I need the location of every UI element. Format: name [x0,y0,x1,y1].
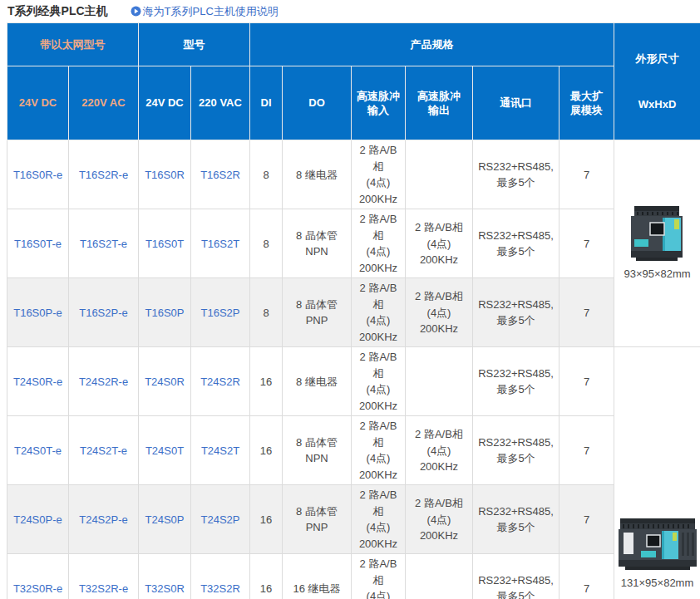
plc-t16-product-image [626,205,689,263]
header-dimensions-label: 外形尺寸 [618,47,697,70]
pulse-out-value: 2 路A/B相 (4点) 200KHz [406,416,473,485]
table-row: T16S0R-e T16S2R-e T16S0R T16S2R 8 8 继电器 … [7,140,700,209]
model-eth-ac[interactable]: T16S2T-e [69,209,139,278]
model-dc[interactable]: T32S0R [139,554,191,599]
pulse-in-value: 2 路A/B相 (4点) 200KHz [352,140,406,209]
model-ac[interactable]: T32S2R [191,554,250,599]
comm-value: RS232+RS485, 最多5个 [473,347,560,416]
header-dimensions: 外形尺寸 WxHxD [614,23,700,140]
header-comm: 通讯口 [473,66,560,140]
model-eth-dc[interactable]: T32S0R-e [7,554,69,599]
header-models: 型号 [139,23,250,66]
comm-value: RS232+RS485, 最多5个 [473,209,560,278]
di-value: 16 [250,416,283,485]
table-sub-header-row: 24V DC 220V AC 24V DC 220 VAC DI DO 高速脉冲… [7,66,700,140]
page-title: T系列经典PLC主机 [7,4,108,19]
model-ac[interactable]: T16S2R [191,140,250,209]
header-220vac: 220 VAC [191,66,250,140]
usage-doc-link-label: 海为T系列PLC主机使用说明 [143,4,279,19]
di-value: 8 [250,278,283,347]
pulse-out-value: 2 路A/B相 (4点) 200KHz [406,485,473,554]
table-row: T24S0R-e T24S2R-e T24S0R T24S2R 16 8 继电器… [7,347,700,416]
model-ac[interactable]: T24S2P [191,485,250,554]
pulse-out-value [406,140,473,209]
pulse-out-value: 2 路A/B相 (4点) 200KHz [406,278,473,347]
do-value: 8 继电器 [283,347,352,416]
header-di: DI [250,66,283,140]
header-max-expansion: 最大扩 展模块 [560,66,614,140]
dimension-cell-t32: 131×95×82mm [614,347,700,599]
model-dc[interactable]: T24S0P [139,485,191,554]
do-value: 8 晶体管 PNP [283,485,352,554]
header-pulse-out: 高速脉冲 输出 [406,66,473,140]
model-eth-ac[interactable]: T24S2P-e [69,485,139,554]
di-value: 8 [250,140,283,209]
model-eth-ac[interactable]: T16S2P-e [69,278,139,347]
do-value: 8 晶体管 NPN [283,416,352,485]
pulse-in-value: 2 路A/B相 (4点) 200KHz [352,485,406,554]
comm-value: RS232+RS485, 最多5个 [473,485,560,554]
model-dc[interactable]: T16S0T [139,209,191,278]
max-expansion-value: 7 [560,485,614,554]
header-ethernet-models: 带以太网型号 [7,23,139,66]
model-eth-dc[interactable]: T16S0P-e [7,278,69,347]
model-eth-ac[interactable]: T16S2R-e [69,140,139,209]
model-ac[interactable]: T24S2R [191,347,250,416]
pulse-in-value: 2 路A/B相 (4点) 200KHz [352,416,406,485]
usage-doc-link[interactable]: 海为T系列PLC主机使用说明 [131,4,279,19]
model-ac[interactable]: T16S2T [191,209,250,278]
do-value: 16 继电器 [283,554,352,599]
do-value: 8 晶体管 PNP [283,278,352,347]
do-value: 8 继电器 [283,140,352,209]
model-dc[interactable]: T24S0R [139,347,191,416]
pulse-out-value [406,347,473,416]
header-product-specs: 产品规格 [250,23,614,66]
pulse-in-value: 2 路A/B相 (4点) 200KHz [352,554,406,599]
do-value: 8 晶体管 NPN [283,209,352,278]
dimension-caption: 131×95×82mm [621,575,693,592]
model-eth-dc[interactable]: T16S0R-e [7,140,69,209]
max-expansion-value: 7 [560,416,614,485]
model-eth-dc[interactable]: T24S0T-e [7,416,69,485]
header-dimensions-sub: WxHxD [618,93,697,115]
table-group-header-row: 带以太网型号 型号 产品规格 外形尺寸 WxHxD [7,23,700,66]
model-ac[interactable]: T16S2P [191,278,250,347]
model-eth-dc[interactable]: T16S0T-e [7,209,69,278]
model-dc[interactable]: T16S0R [139,140,191,209]
comm-value: RS232+RS485, 最多5个 [473,278,560,347]
table-row: T16S0T-e T16S2T-e T16S0T T16S2T 8 8 晶体管 … [7,209,700,278]
header-24vdc: 24V DC [139,66,191,140]
di-value: 16 [250,485,283,554]
model-eth-dc[interactable]: T24S0P-e [7,485,69,554]
model-dc[interactable]: T16S0P [139,278,191,347]
pulse-in-value: 2 路A/B相 (4点) 200KHz [352,209,406,278]
title-bar: T系列经典PLC主机 海为T系列PLC主机使用说明 [0,0,700,22]
comm-value: RS232+RS485, 最多5个 [473,416,560,485]
di-value: 16 [250,347,283,416]
plc-t32-product-image [617,518,698,572]
table-row: T24S0P-e T24S2P-e T24S0P T24S2P 16 8 晶体管… [7,485,700,554]
plc-spec-table: 带以太网型号 型号 产品规格 外形尺寸 WxHxD 24V DC 220V AC… [7,22,700,599]
circle-arrow-icon [131,6,141,17]
model-eth-ac[interactable]: T24S2T-e [69,416,139,485]
comm-value: RS232+RS485, 最多5个 [473,140,560,209]
model-eth-ac[interactable]: T24S2R-e [69,347,139,416]
dimension-cell-t16: 93×95×82mm [614,140,700,347]
max-expansion-value: 7 [560,278,614,347]
max-expansion-value: 7 [560,347,614,416]
table-row: T32S0R-e T32S2R-e T32S0R T32S2R 16 16 继电… [7,554,700,599]
di-value: 16 [250,554,283,599]
header-eth-220vac: 220V AC [69,66,139,140]
comm-value: RS232+RS485, 最多5个 [473,554,560,599]
di-value: 8 [250,209,283,278]
pulse-out-value: 2 路A/B相 (4点) 200KHz [406,209,473,278]
pulse-out-value [406,554,473,599]
model-ac[interactable]: T24S2T [191,416,250,485]
table-row: T24S0T-e T24S2T-e T24S0T T24S2T 16 8 晶体管… [7,416,700,485]
model-dc[interactable]: T24S0T [139,416,191,485]
model-eth-dc[interactable]: T24S0R-e [7,347,69,416]
model-eth-ac[interactable]: T32S2R-e [69,554,139,599]
pulse-in-value: 2 路A/B相 (4点) 200KHz [352,278,406,347]
max-expansion-value: 7 [560,554,614,599]
table-row: T16S0P-e T16S2P-e T16S0P T16S2P 8 8 晶体管 … [7,278,700,347]
